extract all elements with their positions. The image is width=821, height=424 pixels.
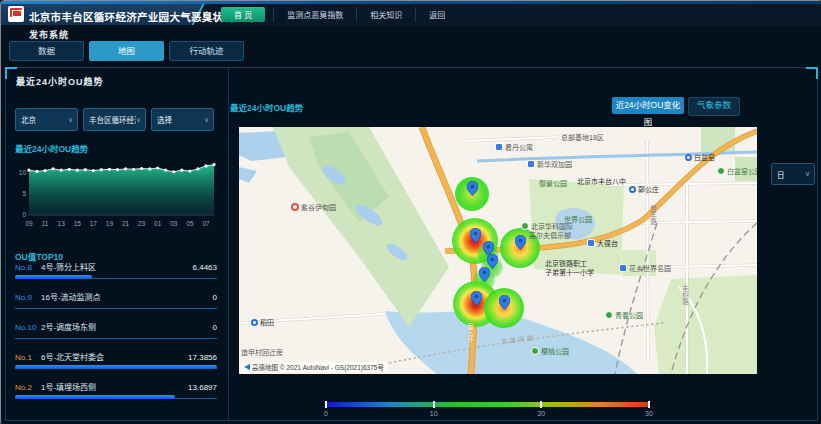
svg-text:21: 21	[122, 220, 130, 227]
value-bar-track	[15, 308, 217, 309]
svg-text:01: 01	[154, 220, 162, 227]
publish-system-label: 发布系统	[29, 28, 69, 41]
map-label-text: 子弟第十一小学	[545, 269, 594, 276]
top-list-item[interactable]: No.84号-筛分上料区6.4463	[15, 261, 217, 291]
ou-value: 13.6897	[188, 383, 217, 392]
nav-item-3[interactable]: 相关知识	[356, 7, 415, 22]
top-list-item[interactable]: No.21号-填埋场西侧13.6897	[15, 381, 217, 411]
svg-text:19: 19	[106, 220, 114, 227]
map-label: 北京华科国际	[521, 222, 573, 230]
site-name: 1号-填埋场西侧	[41, 381, 188, 392]
site-name: 4号-筛分上料区	[41, 261, 193, 272]
ou-value: 0	[213, 323, 217, 332]
svg-text:05: 05	[186, 220, 194, 227]
svg-text:10: 10	[19, 169, 27, 176]
poi-icon	[527, 160, 535, 168]
svg-text:13: 13	[58, 220, 66, 227]
site-name: 16号-流动监测点	[41, 291, 213, 302]
map-label: 白盆窑	[685, 154, 715, 161]
dropdown-value: 丰台区循环经济产	[84, 114, 136, 125]
chevron-down-icon: ∨	[805, 170, 814, 178]
map-label-text: 造甲村回迁房	[241, 349, 283, 356]
nav-item-1[interactable]: 首 页	[221, 7, 265, 22]
map-label: 子弟第十一小学	[545, 269, 594, 276]
value-bar	[15, 305, 217, 311]
nav-item-2[interactable]: 监测点恶臭指数	[273, 7, 356, 22]
map-label: 新华双加园	[527, 160, 572, 168]
top-item-row: No.84号-筛分上料区6.4463	[15, 261, 217, 273]
poi-icon	[587, 239, 595, 247]
rank-label: No.2	[15, 383, 41, 392]
map-label-text: 樊羊路	[649, 205, 656, 225]
map-label-text: 大葆台	[597, 240, 618, 247]
main-nav: 首 页监测点恶臭指数相关知识返回	[221, 4, 458, 25]
poi-icon	[619, 264, 627, 272]
ou-trend-chart: 0510091113151719212301030507	[13, 151, 219, 229]
rank-label: No.1	[15, 353, 41, 362]
map-label-text: 北京华科国际	[531, 223, 573, 230]
tab-3[interactable]: 行动轨迹	[169, 41, 244, 61]
top-list-item[interactable]: No.102号-调度场东侧0	[15, 321, 217, 351]
map-label-text: 花乡世界名园	[629, 265, 671, 272]
map-label: 总部基地18区	[561, 134, 604, 141]
legend-tick-mark	[433, 401, 435, 408]
map-label-text: 看丹公寓	[505, 144, 533, 151]
map-label-text: 紫谷伊甸园	[301, 204, 336, 211]
metro-icon	[685, 154, 692, 161]
legend-tick-label: 10	[430, 410, 438, 417]
rank-label: No.9	[15, 293, 41, 302]
rank-label: No.10	[15, 323, 41, 332]
ou-change-map-button[interactable]: 近24小时OU变化图	[612, 97, 684, 114]
park-icon	[717, 167, 725, 175]
rank-label: No.8	[15, 263, 41, 272]
top-list-item[interactable]: No.916号-流动监测点0	[15, 291, 217, 321]
chevron-down-icon: ∨	[68, 116, 77, 124]
value-bar	[15, 335, 217, 341]
map-label: 紫谷伊甸园	[291, 203, 336, 211]
map-label-text: 北京铁路职工	[545, 260, 587, 267]
map-label: 南五环	[466, 323, 473, 343]
site-name: 2号-调度场东侧	[41, 321, 213, 332]
map-label: 稻田	[251, 319, 274, 326]
map-attribution: 高德地图 © 2021 AutoNavi - GS(2021)6375号	[241, 362, 387, 372]
weather-params-button[interactable]: 气象参数	[688, 97, 740, 116]
map-section-title: 最近24小时OU趋势	[230, 101, 303, 113]
filter-dropdown-2[interactable]: 丰台区循环经济产∨	[83, 108, 146, 131]
value-bar	[15, 365, 217, 371]
map-label: 樊羊路	[649, 205, 656, 225]
chevron-down-icon: ∨	[136, 116, 145, 124]
map-attribution-text: 高德地图 © 2021 AutoNavi - GS(2021)6375号	[252, 362, 384, 372]
tab-1[interactable]: 数据	[9, 41, 84, 61]
ou-top-list: No.84号-筛分上料区6.4463No.916号-流动监测点0No.102号-…	[15, 261, 217, 411]
poi-icon	[291, 203, 299, 211]
map-label-text: 郭公庄	[638, 186, 659, 193]
top-list-item[interactable]: No.16号-北天堂村委会17.3856	[15, 351, 217, 381]
filter-dropdown-3[interactable]: 选择∨	[151, 108, 214, 131]
tab-2[interactable]: 地图	[89, 41, 164, 61]
filter-dropdown-1[interactable]: 北京∨	[15, 108, 78, 131]
nav-item-4[interactable]: 返回	[415, 7, 458, 22]
panel-title: 最近24小时OU趋势	[16, 75, 104, 88]
value-bar	[15, 275, 217, 281]
park-icon	[605, 311, 613, 319]
ou-color-legend	[325, 402, 650, 407]
legend-tick-label: 30	[645, 410, 653, 417]
map-label-text: 白盆窑	[694, 154, 715, 161]
dashboard-window: 北京市丰台区循环经济产业园大气恶臭状况实时 首 页监测点恶臭指数相关知识返回 发…	[0, 0, 821, 424]
map-label-text: 丰科路	[681, 285, 688, 305]
svg-text:17: 17	[90, 220, 98, 227]
app-header: 北京市丰台区循环经济产业园大气恶臭状况实时 首 页监测点恶臭指数相关知识返回	[1, 4, 821, 25]
map-label: 大葆台	[587, 239, 618, 247]
map-label: 御景公园	[539, 180, 567, 187]
autonavi-logo-icon	[244, 364, 250, 370]
map-label-text: 新华双加园	[537, 161, 572, 168]
map-canvas[interactable]: 看丹公寓总部基地18区新华双加园御景公园北京市丰台八中世界公园白盆窑白盆窑公园郭…	[239, 127, 757, 374]
map-label: 丰科路	[681, 285, 688, 305]
svg-text:15: 15	[74, 220, 82, 227]
legend-tick-mark	[540, 401, 542, 408]
map-label-text: 青春公园	[615, 312, 643, 319]
map-label: 白盆窑公园	[717, 167, 757, 175]
map-label-text: 北京市丰台八中	[577, 178, 626, 185]
map-period-dropdown[interactable]: 日 ∨	[771, 163, 815, 185]
map-label-text: 总部基地18区	[561, 134, 604, 141]
